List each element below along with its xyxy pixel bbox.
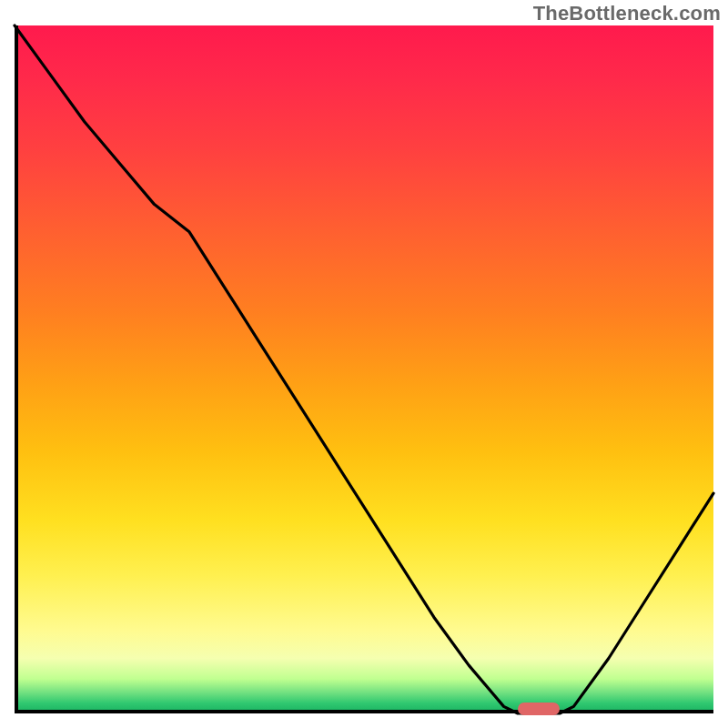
x-axis — [15, 710, 713, 713]
y-axis — [15, 25, 18, 713]
watermark-text: TheBottleneck.com — [533, 2, 721, 25]
chart-container: TheBottleneck.com — [0, 0, 728, 728]
optimal-marker — [518, 703, 560, 715]
plot-gradient-background — [15, 25, 713, 713]
